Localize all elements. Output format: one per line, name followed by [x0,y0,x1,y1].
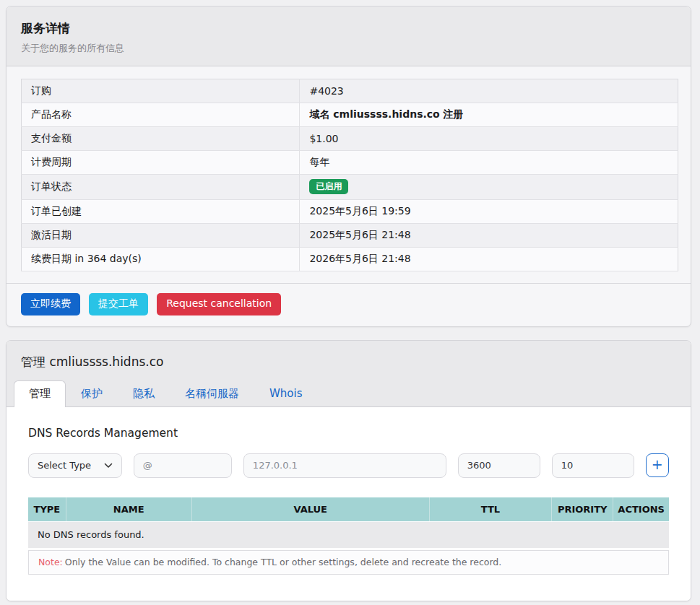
table-row: 订单已创建 2025年5月6日 19:59 [22,200,678,224]
column-header-name: NAME [66,497,191,522]
service-card-footer: 立即续费 提交工单 Request cancellation [7,283,691,326]
row-label: 订单状态 [22,175,300,200]
tab-nameservers[interactable]: 名稱伺服器 [170,380,254,407]
record-ttl-input[interactable] [458,453,540,478]
service-card-body: 订购 #4023 产品名称 域名 cmliussss.hidns.co 注册 支… [7,66,691,271]
row-label: 产品名称 [22,103,300,127]
row-value: 已启用 [300,175,678,200]
table-row: 续费日期 in 364 day(s) 2026年5月6日 21:48 [22,248,678,271]
row-value: 2026年5月6日 21:48 [300,248,678,271]
manage-title: 管理 cmliussss.hidns.co [21,354,676,370]
column-header-actions: ACTIONS [613,497,669,522]
row-value: 每年 [300,151,678,175]
empty-state-text: No DNS records found. [28,521,669,548]
column-header-ttl: TTL [429,497,551,522]
row-value: 2025年5月6日 19:59 [300,200,678,224]
tab-bar: 管理 保护 隐私 名稱伺服器 Whois [14,380,676,407]
dns-section-heading: DNS Records Management [28,427,669,440]
table-row: 订单状态 已启用 [22,175,678,200]
row-value: 域名 cmliussss.hidns.co 注册 [300,103,678,127]
row-value: #4023 [300,79,678,103]
page: 服务详情 关于您的服务的所有信息 订购 #4023 产品名称 域名 cmlius… [0,0,700,605]
dns-add-record-form: Select Type + [28,453,669,478]
row-label: 订单已创建 [22,200,300,224]
dns-records-table: TYPE NAME VALUE TTL PRIORITY ACTIONS No … [28,497,669,548]
table-row: 产品名称 域名 cmliussss.hidns.co 注册 [22,103,678,127]
column-header-priority: PRIORITY [552,497,613,522]
page-subtitle: 关于您的服务的所有信息 [21,42,676,55]
status-badge: 已启用 [309,179,348,194]
tab-whois[interactable]: Whois [254,380,318,407]
row-value: $1.00 [300,127,678,151]
column-header-value: VALUE [191,497,429,522]
page-title: 服务详情 [21,20,676,37]
service-details-card: 服务详情 关于您的服务的所有信息 订购 #4023 产品名称 域名 cmlius… [6,6,691,327]
tab-manage[interactable]: 管理 [14,380,66,407]
add-record-button[interactable]: + [646,453,669,477]
manage-card-header: 管理 cmliussss.hidns.co 管理 保护 隐私 名稱伺服器 Who… [7,341,691,407]
tab-protect[interactable]: 保护 [66,380,118,407]
note-label: Note: [38,557,63,567]
record-type-select[interactable]: Select Type [28,453,122,478]
row-label: 订购 [22,79,300,103]
tab-privacy[interactable]: 隐私 [118,380,170,407]
chevron-down-icon [104,460,113,471]
row-label: 支付金额 [22,127,300,151]
table-row: 订购 #4023 [22,79,678,103]
record-priority-input[interactable] [552,453,634,478]
row-label: 激活日期 [22,224,300,248]
row-label: 续费日期 in 364 day(s) [22,248,300,271]
service-details-table: 订购 #4023 产品名称 域名 cmliussss.hidns.co 注册 支… [21,79,678,271]
record-name-input[interactable] [134,453,232,478]
record-type-select-value: Select Type [38,460,91,471]
request-cancellation-button[interactable]: Request cancellation [157,293,281,315]
dns-table-header-row: TYPE NAME VALUE TTL PRIORITY ACTIONS [28,497,669,522]
submit-ticket-button[interactable]: 提交工单 [89,293,148,315]
record-value-input[interactable] [243,453,446,478]
row-label: 计费周期 [22,151,300,175]
table-row: 激活日期 2025年5月6日 21:48 [22,224,678,248]
row-value: 2025年5月6日 21:48 [300,224,678,248]
service-card-header: 服务详情 关于您的服务的所有信息 [7,6,691,66]
dns-empty-row: No DNS records found. [28,521,669,548]
dns-note: Note:Only the Value can be modified. To … [28,550,669,575]
manage-domain-card: 管理 cmliussss.hidns.co 管理 保护 隐私 名稱伺服器 Who… [6,340,691,601]
column-header-type: TYPE [28,497,66,522]
renew-now-button[interactable]: 立即续费 [21,293,80,315]
tab-content-manage: DNS Records Management Select Type + T [7,407,691,601]
table-row: 支付金额 $1.00 [22,127,678,151]
table-row: 计费周期 每年 [22,151,678,175]
note-text: Only the Value can be modified. To chang… [65,557,501,567]
